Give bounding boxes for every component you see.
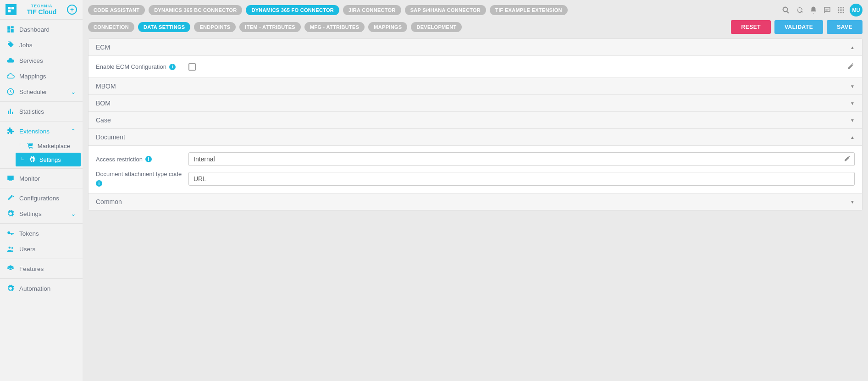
sub-tab[interactable]: MFG - ATTRIBUTES [304,22,365,32]
ecm-enable-label: Enable ECM Configuration [96,63,166,70]
nav-scheduler[interactable]: Scheduler ⌄ [0,84,83,99]
cloud-outline-icon [6,72,15,80]
nav-features-label: Features [19,265,44,272]
svg-point-7 [11,247,13,249]
nav-features[interactable]: Features [0,261,83,276]
validate-button[interactable]: VALIDATE [774,20,823,34]
section-case-header[interactable]: Case ▼ [88,112,862,129]
top-tab[interactable]: TIF EXAMPLE EXTENSION [490,5,568,15]
main: CODE ASSISTANTDYNAMICS 365 BC CONNECTORD… [83,0,868,381]
expand-icon: ▼ [850,101,855,106]
bar-chart-icon [6,107,15,116]
brand-company: TECHNIA [20,4,63,8]
sub-tab[interactable]: DEVELOPMENT [411,22,462,32]
sub-tab[interactable]: CONNECTION [88,22,134,32]
sub-tabs: CONNECTIONDATA SETTINGSENDPOINTSITEM - A… [88,22,462,32]
nav-marketplace-label: Marketplace [38,143,70,149]
section-common-title: Common [96,198,122,205]
access-restriction-input[interactable] [188,152,855,166]
chevron-up-icon: ⌃ [71,127,76,135]
section-case-title: Case [96,116,111,124]
subbar: CONNECTIONDATA SETTINGSENDPOINTSITEM - A… [83,18,868,39]
nav-mappings[interactable]: Mappings [0,68,83,84]
attachment-type-input[interactable] [188,172,855,186]
section-document-header[interactable]: Document ▲ [88,129,862,146]
expand-icon: ▼ [850,84,855,89]
nav-dashboard-label: Dashboard [19,26,50,33]
logo-bar: TECHNIA TIF Cloud + [0,0,83,19]
nav-dashboard[interactable]: Dashboard [0,22,83,37]
ecm-enable-checkbox[interactable] [188,63,196,71]
section-common-header[interactable]: Common ▼ [88,193,862,210]
layers-icon [6,265,15,273]
sub-tab[interactable]: DATA SETTINGS [138,22,190,32]
tree-connector-icon: └ [18,143,22,149]
section-bom-title: BOM [96,99,111,107]
topbar: CODE ASSISTANTDYNAMICS 365 BC CONNECTORD… [83,0,868,18]
search-icon[interactable] [781,5,791,15]
section-ecm-header[interactable]: ECM ▲ [88,39,862,56]
info-icon[interactable]: i [96,180,102,187]
sub-tab[interactable]: ENDPOINTS [194,22,236,32]
section-mbom-title: MBOM [96,83,116,90]
edit-icon[interactable] [847,62,855,71]
sub-tab[interactable]: MAPPINGS [368,22,407,32]
nav-configurations-label: Configurations [19,195,59,202]
section-document-title: Document [96,133,125,141]
top-tab[interactable]: CODE ASSISTANT [88,5,145,15]
chat-icon[interactable] [822,5,832,15]
nav-jobs[interactable]: Jobs [0,37,83,53]
svg-rect-0 [8,7,11,9]
nav-settings[interactable]: Settings ⌄ [0,206,83,221]
top-tab[interactable]: DYNAMICS 365 FO CONNECTOR [246,5,339,15]
nav-mappings-label: Mappings [19,73,46,80]
top-tab[interactable]: JIRA CONNECTOR [343,5,401,15]
dashboard-icon [6,25,15,33]
apps-icon[interactable] [836,5,846,15]
avatar[interactable]: MU [850,4,862,17]
top-tab[interactable]: DYNAMICS 365 BC CONNECTOR [149,5,242,15]
nav-services-label: Services [19,57,43,64]
nav-statistics[interactable]: Statistics [0,104,83,119]
sidebar: TECHNIA TIF Cloud + Dashboard Jobs Servi… [0,0,83,381]
svg-rect-9 [840,7,842,8]
nav-users-label: Users [19,246,35,253]
gear-icon [6,210,15,218]
reset-button[interactable]: RESET [731,20,771,34]
section-ecm-body: Enable ECM Configuration i [88,56,862,78]
chevron-down-icon: ⌄ [71,88,76,95]
refresh-icon[interactable] [795,5,805,15]
info-icon[interactable]: i [169,64,176,70]
collapse-icon: ▲ [850,45,855,50]
nav-scheduler-label: Scheduler [19,88,47,95]
sub-tab[interactable]: ITEM - ATTRIBUTES [239,22,301,32]
nav-services[interactable]: Services [0,53,83,68]
section-bom-header[interactable]: BOM ▼ [88,95,862,112]
edit-icon[interactable] [844,155,851,164]
nav-automation[interactable]: Automation [0,281,83,296]
nav-users[interactable]: Users [0,241,83,257]
tree-connector-icon: └ [20,157,24,162]
save-button[interactable]: SAVE [827,20,862,34]
nav-extensions[interactable]: Extensions ⌃ [0,123,83,139]
nav-marketplace[interactable]: └ Marketplace [14,139,83,153]
nav-configurations[interactable]: Configurations [0,190,83,206]
collapse-icon: ▲ [850,135,855,140]
logo-icon[interactable] [6,4,17,15]
section-mbom-header[interactable]: MBOM ▼ [88,78,862,95]
svg-rect-14 [838,12,839,13]
nav-monitor[interactable]: Monitor [0,171,83,186]
top-tabs: CODE ASSISTANTDYNAMICS 365 BC CONNECTORD… [88,5,568,15]
monitor-icon [6,174,15,182]
top-tab[interactable]: SAP S/4HANA CONNECTOR [405,5,486,15]
svg-rect-8 [838,7,839,8]
nav-ext-settings[interactable]: └ Settings [16,153,81,166]
info-icon[interactable]: i [145,156,152,162]
cart-icon [27,142,34,149]
add-button[interactable]: + [67,5,77,15]
nav-tokens-label: Tokens [19,230,39,237]
svg-rect-16 [843,12,844,13]
bell-icon[interactable] [808,5,818,15]
svg-rect-2 [8,10,11,12]
nav-tokens[interactable]: Tokens [0,226,83,241]
